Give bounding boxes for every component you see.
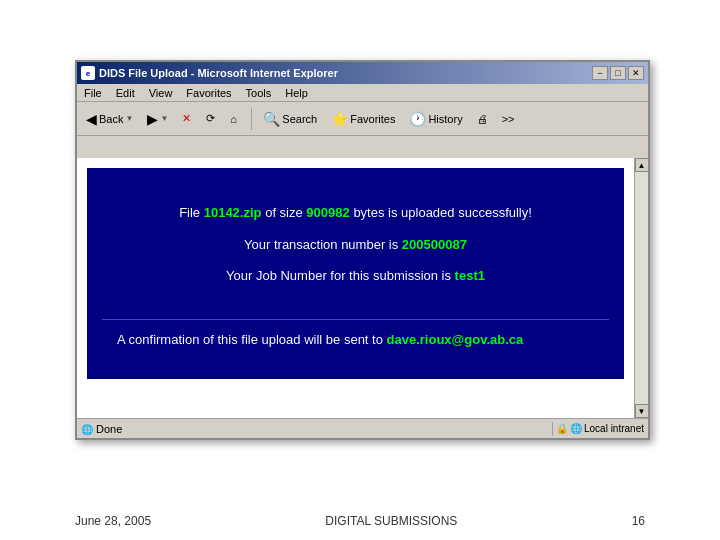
- status-label: Done: [96, 423, 122, 435]
- toolbar-sep-1: [251, 108, 252, 130]
- favorites-button[interactable]: ⭐ Favorites: [326, 106, 400, 132]
- menu-help[interactable]: Help: [282, 87, 311, 99]
- confirmation-section: A confirmation of this file upload will …: [102, 319, 609, 360]
- history-button[interactable]: 🕐 History: [404, 106, 467, 132]
- scroll-up-button[interactable]: ▲: [635, 158, 649, 172]
- scrollbar[interactable]: ▲ ▼: [634, 158, 648, 418]
- forward-arrow-icon: ▼: [160, 114, 168, 123]
- slide: e DIDS File Upload - Microsoft Internet …: [0, 0, 720, 540]
- scroll-down-button[interactable]: ▼: [635, 404, 649, 418]
- window-title: DIDS File Upload - Microsoft Internet Ex…: [99, 67, 338, 79]
- search-label: Search: [282, 113, 317, 125]
- favorites-label: Favorites: [350, 113, 395, 125]
- back-label: Back: [99, 113, 123, 125]
- transaction-label: Your transaction number is: [244, 237, 398, 252]
- footer-title: DIGITAL SUBMISSIONS: [325, 514, 457, 528]
- status-ie-icon: 🌐: [81, 424, 93, 435]
- favorites-icon: ⭐: [331, 111, 348, 127]
- search-button[interactable]: 🔍 Search: [258, 106, 322, 132]
- file-size: 900982: [306, 205, 349, 220]
- close-button[interactable]: ✕: [628, 66, 644, 80]
- back-button[interactable]: ◀ Back ▼: [81, 106, 138, 132]
- menu-bar: File Edit View Favorites Tools Help: [77, 84, 648, 102]
- more-button[interactable]: >>: [497, 106, 520, 132]
- page-content: File 10142.zip of size 900982 bytes is u…: [87, 168, 624, 379]
- history-label: History: [428, 113, 462, 125]
- title-bar: e DIDS File Upload - Microsoft Internet …: [77, 62, 648, 84]
- status-divider: [552, 422, 553, 436]
- browser-window: e DIDS File Upload - Microsoft Internet …: [75, 60, 650, 440]
- file-name: 10142.zip: [204, 205, 262, 220]
- footer-date: June 28, 2005: [75, 514, 151, 528]
- job-label: Your Job Number for this submission is: [226, 268, 451, 283]
- title-bar-left: e DIDS File Upload - Microsoft Internet …: [81, 66, 338, 80]
- menu-view[interactable]: View: [146, 87, 176, 99]
- minimize-button[interactable]: −: [592, 66, 608, 80]
- refresh-icon: ⟳: [206, 112, 215, 125]
- home-icon: ⌂: [230, 113, 237, 125]
- lock-icon: 🔒: [556, 423, 568, 434]
- slide-footer: June 28, 2005 DIGITAL SUBMISSIONS 16: [0, 514, 720, 528]
- confirmation-line: A confirmation of this file upload will …: [117, 330, 594, 350]
- forward-button[interactable]: ▶ ▼: [142, 106, 173, 132]
- print-icon: 🖨: [477, 113, 488, 125]
- intranet-icon: 🌐: [570, 423, 582, 434]
- menu-edit[interactable]: Edit: [113, 87, 138, 99]
- confirmation-email: dave.rioux@gov.ab.ca: [387, 332, 524, 347]
- more-icon: >>: [502, 113, 515, 125]
- status-bar: 🌐 Done 🔒 🌐 Local intranet: [77, 418, 648, 438]
- status-text: 🌐 Done: [77, 423, 549, 435]
- toolbar: ◀ Back ▼ ▶ ▼ ✕ ⟳ ⌂ 🔍 Search: [77, 102, 648, 136]
- back-arrow-icon: ▼: [125, 114, 133, 123]
- upload-text-2: of size: [265, 205, 303, 220]
- refresh-button[interactable]: ⟳: [201, 106, 221, 132]
- upload-success-section: File 10142.zip of size 900982 bytes is u…: [102, 188, 609, 309]
- maximize-button[interactable]: □: [610, 66, 626, 80]
- upload-line-2: Your transaction number is 200500087: [117, 235, 594, 255]
- upload-line-1: File 10142.zip of size 900982 bytes is u…: [117, 203, 594, 223]
- title-bar-buttons: − □ ✕: [592, 66, 644, 80]
- ie-icon: e: [81, 66, 95, 80]
- menu-file[interactable]: File: [81, 87, 105, 99]
- print-button[interactable]: 🖨: [472, 106, 493, 132]
- stop-button[interactable]: ✕: [177, 106, 197, 132]
- home-button[interactable]: ⌂: [225, 106, 245, 132]
- job-number: test1: [455, 268, 485, 283]
- upload-text-1: File: [179, 205, 200, 220]
- scroll-track: [635, 172, 648, 404]
- menu-favorites[interactable]: Favorites: [183, 87, 234, 99]
- menu-tools[interactable]: Tools: [243, 87, 275, 99]
- stop-icon: ✕: [182, 112, 191, 125]
- upload-line-3: Your Job Number for this submission is t…: [117, 266, 594, 286]
- upload-text-3: bytes is uploaded successfully!: [353, 205, 531, 220]
- transaction-number: 200500087: [402, 237, 467, 252]
- content-area: File 10142.zip of size 900982 bytes is u…: [77, 158, 634, 418]
- history-icon: 🕐: [409, 111, 426, 127]
- status-intranet: 🔒 🌐 Local intranet: [556, 423, 648, 434]
- intranet-label: Local intranet: [584, 423, 644, 434]
- confirmation-text: A confirmation of this file upload will …: [117, 332, 383, 347]
- footer-page-number: 16: [632, 514, 645, 528]
- back-icon: ◀: [86, 111, 97, 127]
- forward-icon: ▶: [147, 111, 158, 127]
- search-icon: 🔍: [263, 111, 280, 127]
